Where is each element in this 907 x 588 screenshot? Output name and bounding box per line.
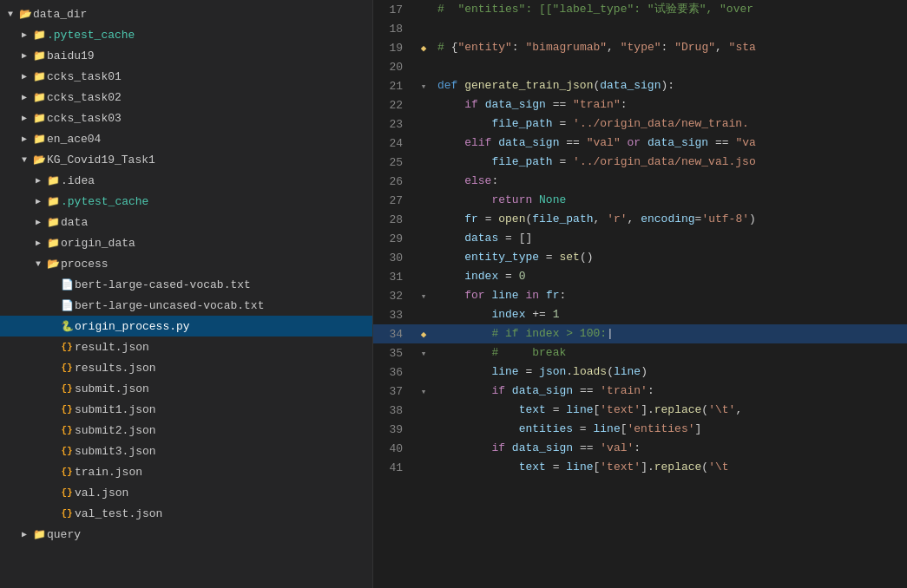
tree-label-train_json: train.json <box>75 466 365 479</box>
tree-item-bert_large_cased[interactable]: 📄bert-large-cased-vocab.txt <box>0 274 372 295</box>
tree-item-bert_large_uncased[interactable]: 📄bert-large-uncased-vocab.txt <box>0 295 372 316</box>
file-icon-bert_large_uncased: 📄 <box>59 299 75 312</box>
tree-item-baidu19[interactable]: ▶📁baidu19 <box>0 45 372 66</box>
tree-label-query: query <box>47 528 365 541</box>
line-number-20: 20 <box>373 57 417 76</box>
tree-item-data_dir[interactable]: ▼📂data_dir <box>0 3 372 24</box>
tree-item-submit2_json[interactable]: {}submit2.json <box>0 420 372 441</box>
code-line-18: 18 <box>373 19 907 38</box>
tree-item-en_ace04[interactable]: ▶📁en_ace04 <box>0 128 372 149</box>
code-line-40: 40 if data_sign == 'val': <box>373 439 907 458</box>
line-gutter-19: ◆ <box>417 38 430 57</box>
tree-item-submit3_json[interactable]: {}submit3.json <box>0 441 372 461</box>
tree-item-pytest_cache2[interactable]: ▶📁.pytest_cache <box>0 191 372 212</box>
line-code-20 <box>430 57 907 76</box>
code-line-26: 26 else: <box>373 172 907 191</box>
line-number-18: 18 <box>373 19 417 38</box>
tree-arrow-ccks_task03[interactable]: ▶ <box>17 113 31 123</box>
line-gutter-18 <box>417 19 430 38</box>
tree-item-origin_data[interactable]: ▶📁origin_data <box>0 232 372 253</box>
file-icon-data: 📁 <box>45 216 61 229</box>
tree-item-val_json[interactable]: {}val.json <box>0 482 372 503</box>
line-gutter-40 <box>417 439 430 458</box>
tree-arrow-ccks_task01[interactable]: ▶ <box>17 71 31 82</box>
line-number-33: 33 <box>373 305 417 324</box>
line-code-29: datas = [] <box>430 229 907 248</box>
tree-arrow-pytest_cache2[interactable]: ▶ <box>31 196 45 206</box>
line-code-26: else: <box>430 172 907 191</box>
tree-item-ccks_task01[interactable]: ▶📁ccks_task01 <box>0 66 372 87</box>
line-code-35: # break <box>430 343 907 363</box>
tree-item-KG_Covid19_Task1[interactable]: ▼📂KG_Covid19_Task1 <box>0 149 372 170</box>
line-number-37: 37 <box>373 382 417 401</box>
line-number-41: 41 <box>373 458 417 477</box>
tree-item-val_test_json[interactable]: {}val_test.json <box>0 503 372 524</box>
tree-arrow-query[interactable]: ▶ <box>17 529 31 539</box>
line-gutter-30 <box>417 248 430 267</box>
tree-label-bert_large_cased: bert-large-cased-vocab.txt <box>75 278 365 291</box>
line-code-31: index = 0 <box>430 267 907 286</box>
tree-item-process[interactable]: ▼📂process <box>0 253 372 274</box>
line-code-25: file_path = '../origin_data/new_val.jso <box>430 153 907 172</box>
tree-item-ccks_task03[interactable]: ▶📁ccks_task03 <box>0 108 372 128</box>
code-line-38: 38 text = line['text'].replace('\t', <box>373 401 907 420</box>
code-line-29: 29 datas = [] <box>373 229 907 248</box>
line-number-34: 34 <box>373 324 417 343</box>
file-icon-results_json: {} <box>59 363 75 373</box>
tree-item-idea[interactable]: ▶📁.idea <box>0 170 372 191</box>
line-number-38: 38 <box>373 401 417 420</box>
file-icon-process: 📂 <box>45 258 61 271</box>
tree-item-ccks_task02[interactable]: ▶📁ccks_task02 <box>0 87 372 108</box>
tree-item-origin_process[interactable]: 🐍origin_process.py <box>0 316 372 336</box>
file-icon-train_json: {} <box>59 467 75 477</box>
tree-label-process: process <box>61 258 365 271</box>
tree-arrow-data[interactable]: ▶ <box>31 217 45 227</box>
tree-label-data_dir: data_dir <box>33 8 365 21</box>
tree-label-val_json: val.json <box>75 487 365 500</box>
code-panel: 17# "entities": [["label_type": "试验要素", … <box>373 0 907 588</box>
tree-item-pytest_cache1[interactable]: ▶📁.pytest_cache <box>0 24 372 45</box>
tree-arrow-process[interactable]: ▼ <box>31 259 45 269</box>
code-line-24: 24 elif data_sign == "val" or data_sign … <box>373 134 907 153</box>
line-code-22: if data_sign == "train": <box>430 95 907 114</box>
tree-item-submit_json[interactable]: {}submit.json <box>0 378 372 399</box>
tree-item-submit1_json[interactable]: {}submit1.json <box>0 399 372 420</box>
file-icon-baidu19: 📁 <box>31 49 47 62</box>
tree-arrow-ccks_task02[interactable]: ▶ <box>17 92 31 102</box>
tree-item-data[interactable]: ▶📁data <box>0 212 372 232</box>
file-icon-bert_large_cased: 📄 <box>59 278 75 291</box>
tree-item-result_json[interactable]: {}result.json <box>0 336 372 357</box>
tree-label-ccks_task01: ccks_task01 <box>47 70 365 83</box>
line-gutter-35: ▾ <box>417 343 430 363</box>
tree-item-train_json[interactable]: {}train.json <box>0 461 372 482</box>
tree-arrow-data_dir[interactable]: ▼ <box>3 10 17 19</box>
file-tree[interactable]: ▼📂data_dir▶📁.pytest_cache▶📁baidu19▶📁ccks… <box>0 0 373 588</box>
code-line-30: 30 entity_type = set() <box>373 248 907 267</box>
tree-item-query[interactable]: ▶📁query <box>0 524 372 545</box>
tree-arrow-idea[interactable]: ▶ <box>31 175 45 186</box>
code-line-39: 39 entities = line['entities'] <box>373 420 907 439</box>
line-number-39: 39 <box>373 420 417 439</box>
line-gutter-25 <box>417 153 430 172</box>
line-number-17: 17 <box>373 0 417 19</box>
tree-label-submit2_json: submit2.json <box>75 424 365 437</box>
line-number-28: 28 <box>373 210 417 229</box>
line-gutter-36 <box>417 363 430 382</box>
line-gutter-33 <box>417 305 430 324</box>
file-icon-query: 📁 <box>31 528 47 541</box>
tree-arrow-pytest_cache1[interactable]: ▶ <box>17 29 31 40</box>
tree-item-results_json[interactable]: {}results.json <box>0 357 372 378</box>
line-code-23: file_path = '../origin_data/new_train. <box>430 114 907 134</box>
code-line-41: 41 text = line['text'].replace('\t <box>373 458 907 477</box>
tree-arrow-origin_data[interactable]: ▶ <box>31 238 45 248</box>
file-icon-val_test_json: {} <box>59 508 75 519</box>
line-number-36: 36 <box>373 363 417 382</box>
tree-arrow-baidu19[interactable]: ▶ <box>17 50 31 61</box>
tree-arrow-en_ace04[interactable]: ▶ <box>17 134 31 144</box>
tree-label-baidu19: baidu19 <box>47 49 365 62</box>
code-line-36: 36 line = json.loads(line) <box>373 363 907 382</box>
line-code-33: index += 1 <box>430 305 907 324</box>
file-icon-result_json: {} <box>59 342 75 352</box>
tree-label-data: data <box>61 216 365 229</box>
tree-arrow-KG_Covid19_Task1[interactable]: ▼ <box>17 155 31 165</box>
